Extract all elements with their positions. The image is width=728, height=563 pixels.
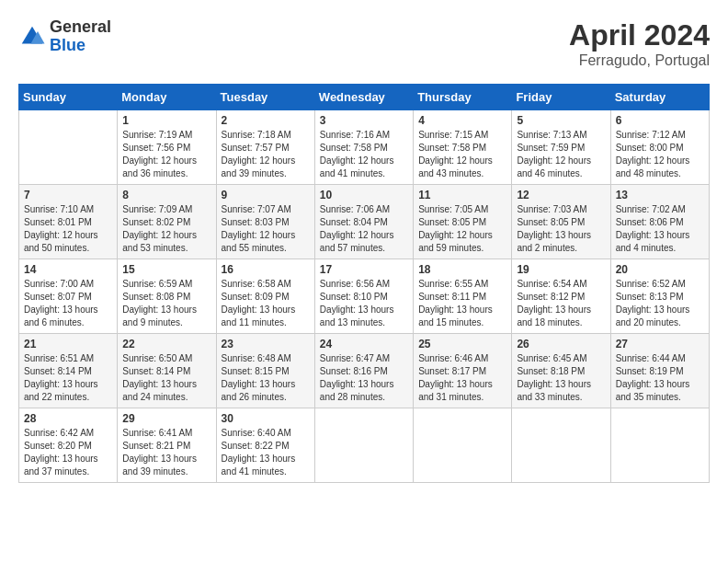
day-info: Sunrise: 7:05 AMSunset: 8:05 PMDaylight:… xyxy=(418,203,506,255)
day-info: Sunrise: 7:02 AMSunset: 8:06 PMDaylight:… xyxy=(616,203,704,255)
day-number: 27 xyxy=(616,338,704,350)
calendar-cell: 10Sunrise: 7:06 AMSunset: 8:04 PMDayligh… xyxy=(314,185,413,259)
calendar-cell: 23Sunrise: 6:48 AMSunset: 8:15 PMDayligh… xyxy=(216,334,314,408)
calendar-header: Sunday Monday Tuesday Wednesday Thursday… xyxy=(19,85,710,110)
calendar-cell: 13Sunrise: 7:02 AMSunset: 8:06 PMDayligh… xyxy=(610,185,709,259)
location-title: Ferragudo, Portugal xyxy=(569,52,710,69)
day-info: Sunrise: 7:19 AMSunset: 7:56 PMDaylight:… xyxy=(122,129,210,180)
calendar-cell: 5Sunrise: 7:13 AMSunset: 7:59 PMDaylight… xyxy=(512,110,610,185)
day-info: Sunrise: 6:46 AMSunset: 8:17 PMDaylight:… xyxy=(418,352,506,404)
calendar-cell: 21Sunrise: 6:51 AMSunset: 8:14 PMDayligh… xyxy=(19,334,118,408)
logo-blue: Blue xyxy=(50,37,111,55)
day-number: 6 xyxy=(616,114,704,127)
day-info: Sunrise: 6:47 AMSunset: 8:16 PMDaylight:… xyxy=(320,352,408,404)
calendar-cell: 27Sunrise: 6:44 AMSunset: 8:19 PMDayligh… xyxy=(610,334,709,408)
day-number: 25 xyxy=(418,338,506,350)
header-tuesday: Tuesday xyxy=(216,85,314,110)
header: General Blue April 2024 Ferragudo, Portu… xyxy=(18,18,710,69)
calendar-cell: 11Sunrise: 7:05 AMSunset: 8:05 PMDayligh… xyxy=(414,185,512,259)
calendar-cell: 28Sunrise: 6:42 AMSunset: 8:20 PMDayligh… xyxy=(19,408,118,483)
calendar-cell xyxy=(19,110,118,185)
calendar-cell: 4Sunrise: 7:15 AMSunset: 7:58 PMDaylight… xyxy=(414,110,512,185)
day-number: 12 xyxy=(517,189,605,201)
day-info: Sunrise: 7:09 AMSunset: 8:02 PMDaylight:… xyxy=(122,203,210,255)
day-info: Sunrise: 7:13 AMSunset: 7:59 PMDaylight:… xyxy=(517,129,605,180)
calendar-cell: 19Sunrise: 6:54 AMSunset: 8:12 PMDayligh… xyxy=(512,259,610,334)
logo-general: General xyxy=(50,18,111,37)
day-number: 18 xyxy=(418,263,506,276)
day-info: Sunrise: 7:00 AMSunset: 8:07 PMDaylight:… xyxy=(24,278,112,329)
day-info: Sunrise: 6:50 AMSunset: 8:14 PMDaylight:… xyxy=(122,352,210,404)
calendar-cell xyxy=(314,408,413,483)
calendar-cell: 12Sunrise: 7:03 AMSunset: 8:05 PMDayligh… xyxy=(512,185,610,259)
day-info: Sunrise: 6:40 AMSunset: 8:22 PMDaylight:… xyxy=(222,427,310,478)
calendar-cell xyxy=(512,408,610,483)
calendar-week-3: 14Sunrise: 7:00 AMSunset: 8:07 PMDayligh… xyxy=(19,259,710,334)
calendar-cell: 14Sunrise: 7:00 AMSunset: 8:07 PMDayligh… xyxy=(19,259,118,334)
day-number: 30 xyxy=(222,412,310,425)
day-number: 24 xyxy=(320,338,408,350)
day-number: 4 xyxy=(418,114,506,127)
day-number: 5 xyxy=(517,114,605,127)
day-info: Sunrise: 6:56 AMSunset: 8:10 PMDaylight:… xyxy=(320,278,408,329)
day-info: Sunrise: 6:51 AMSunset: 8:14 PMDaylight:… xyxy=(24,352,112,404)
generalblue-logo-icon xyxy=(18,23,46,51)
header-thursday: Thursday xyxy=(414,85,512,110)
day-number: 8 xyxy=(122,189,210,201)
day-number: 23 xyxy=(222,338,310,350)
day-number: 15 xyxy=(122,263,210,276)
calendar-cell: 17Sunrise: 6:56 AMSunset: 8:10 PMDayligh… xyxy=(314,259,413,334)
calendar-cell: 24Sunrise: 6:47 AMSunset: 8:16 PMDayligh… xyxy=(314,334,413,408)
calendar-cell: 6Sunrise: 7:12 AMSunset: 8:00 PMDaylight… xyxy=(610,110,709,185)
day-info: Sunrise: 7:10 AMSunset: 8:01 PMDaylight:… xyxy=(24,203,112,255)
day-number: 26 xyxy=(517,338,605,350)
day-info: Sunrise: 6:54 AMSunset: 8:12 PMDaylight:… xyxy=(517,278,605,329)
day-info: Sunrise: 6:45 AMSunset: 8:18 PMDaylight:… xyxy=(517,352,605,404)
day-info: Sunrise: 6:48 AMSunset: 8:15 PMDaylight:… xyxy=(222,352,310,404)
calendar-cell: 18Sunrise: 6:55 AMSunset: 8:11 PMDayligh… xyxy=(414,259,512,334)
day-info: Sunrise: 7:03 AMSunset: 8:05 PMDaylight:… xyxy=(517,203,605,255)
day-info: Sunrise: 6:42 AMSunset: 8:20 PMDaylight:… xyxy=(24,427,112,478)
header-sunday: Sunday xyxy=(19,85,118,110)
day-info: Sunrise: 7:06 AMSunset: 8:04 PMDaylight:… xyxy=(320,203,408,255)
day-info: Sunrise: 6:58 AMSunset: 8:09 PMDaylight:… xyxy=(222,278,310,329)
calendar-cell xyxy=(414,408,512,483)
day-info: Sunrise: 6:59 AMSunset: 8:08 PMDaylight:… xyxy=(122,278,210,329)
calendar-cell: 29Sunrise: 6:41 AMSunset: 8:21 PMDayligh… xyxy=(118,408,216,483)
calendar-table: Sunday Monday Tuesday Wednesday Thursday… xyxy=(18,84,710,483)
day-number: 28 xyxy=(24,412,112,425)
day-number: 22 xyxy=(122,338,210,350)
day-number: 21 xyxy=(24,338,112,350)
calendar-cell: 2Sunrise: 7:18 AMSunset: 7:57 PMDaylight… xyxy=(216,110,314,185)
calendar-week-5: 28Sunrise: 6:42 AMSunset: 8:20 PMDayligh… xyxy=(19,408,710,483)
day-number: 29 xyxy=(122,412,210,425)
calendar-cell: 7Sunrise: 7:10 AMSunset: 8:01 PMDaylight… xyxy=(19,185,118,259)
calendar-cell: 16Sunrise: 6:58 AMSunset: 8:09 PMDayligh… xyxy=(216,259,314,334)
day-info: Sunrise: 7:18 AMSunset: 7:57 PMDaylight:… xyxy=(222,129,310,180)
calendar-week-4: 21Sunrise: 6:51 AMSunset: 8:14 PMDayligh… xyxy=(19,334,710,408)
day-number: 19 xyxy=(517,263,605,276)
day-number: 16 xyxy=(222,263,310,276)
day-number: 9 xyxy=(222,189,310,201)
day-number: 17 xyxy=(320,263,408,276)
calendar-cell: 20Sunrise: 6:52 AMSunset: 8:13 PMDayligh… xyxy=(610,259,709,334)
calendar-week-1: 1Sunrise: 7:19 AMSunset: 7:56 PMDaylight… xyxy=(19,110,710,185)
day-number: 11 xyxy=(418,189,506,201)
header-friday: Friday xyxy=(512,85,610,110)
calendar-week-2: 7Sunrise: 7:10 AMSunset: 8:01 PMDaylight… xyxy=(19,185,710,259)
month-title: April 2024 xyxy=(569,18,710,52)
calendar-cell xyxy=(610,408,709,483)
calendar-cell: 26Sunrise: 6:45 AMSunset: 8:18 PMDayligh… xyxy=(512,334,610,408)
header-monday: Monday xyxy=(118,85,216,110)
day-info: Sunrise: 7:07 AMSunset: 8:03 PMDaylight:… xyxy=(222,203,310,255)
calendar-cell: 15Sunrise: 6:59 AMSunset: 8:08 PMDayligh… xyxy=(118,259,216,334)
day-number: 10 xyxy=(320,189,408,201)
calendar-cell: 9Sunrise: 7:07 AMSunset: 8:03 PMDaylight… xyxy=(216,185,314,259)
day-number: 14 xyxy=(24,263,112,276)
calendar-cell: 8Sunrise: 7:09 AMSunset: 8:02 PMDaylight… xyxy=(118,185,216,259)
day-info: Sunrise: 7:16 AMSunset: 7:58 PMDaylight:… xyxy=(320,129,408,180)
calendar-cell: 25Sunrise: 6:46 AMSunset: 8:17 PMDayligh… xyxy=(414,334,512,408)
logo: General Blue xyxy=(18,18,111,55)
calendar-cell: 22Sunrise: 6:50 AMSunset: 8:14 PMDayligh… xyxy=(118,334,216,408)
day-info: Sunrise: 7:12 AMSunset: 8:00 PMDaylight:… xyxy=(616,129,704,180)
